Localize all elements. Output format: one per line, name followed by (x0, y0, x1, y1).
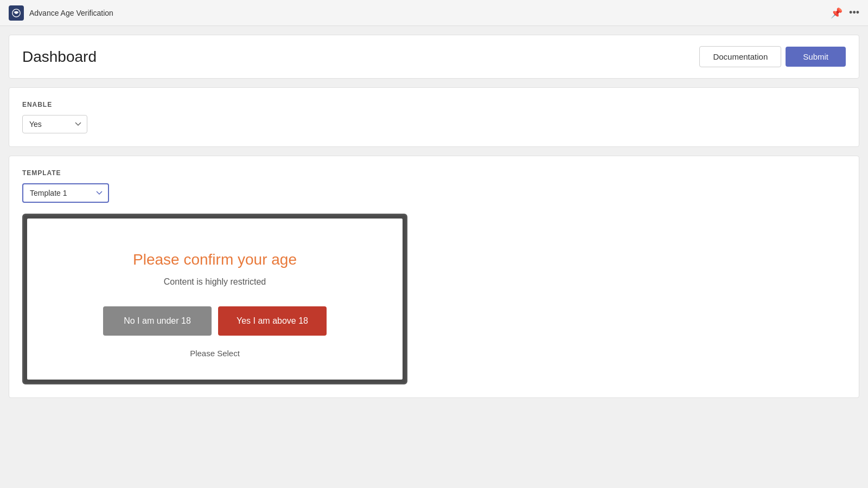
template-card: TEMPLATE Template 1 Template 2 Template … (9, 156, 859, 398)
preview-select-label: Please Select (49, 349, 381, 358)
more-menu-icon[interactable]: ••• (849, 7, 859, 18)
preview-no-button[interactable]: No I am under 18 (103, 306, 212, 336)
preview-buttons: No I am under 18 Yes I am above 18 (49, 306, 381, 336)
template-label: TEMPLATE (22, 169, 846, 177)
app-icon (9, 5, 24, 21)
dashboard-card: Dashboard Documentation Submit (9, 35, 859, 79)
preview-title-part1: Please confirm your (133, 251, 271, 268)
top-bar: Advance Age Verification 📌 ••• (0, 0, 868, 26)
main-content: Dashboard Documentation Submit ENABLE Ye… (0, 26, 868, 407)
template-select[interactable]: Template 1 Template 2 Template 3 (22, 183, 109, 203)
preview-title: Please confirm your age (49, 251, 381, 268)
enable-label: ENABLE (22, 101, 846, 108)
documentation-button[interactable]: Documentation (699, 46, 781, 67)
app-title: Advance Age Verification (29, 9, 113, 17)
top-bar-left: Advance Age Verification (9, 5, 113, 21)
preview-inner: Please confirm your age Content is highl… (27, 219, 403, 380)
preview-subtitle: Content is highly restricted (49, 277, 381, 287)
submit-button[interactable]: Submit (786, 47, 846, 67)
header-buttons: Documentation Submit (699, 46, 846, 67)
page-title: Dashboard (22, 48, 97, 66)
preview-yes-button[interactable]: Yes I am above 18 (218, 306, 327, 336)
enable-select[interactable]: Yes No (22, 115, 87, 133)
preview-container: Please confirm your age Content is highl… (22, 214, 407, 384)
top-bar-right: 📌 ••• (831, 7, 859, 19)
enable-card: ENABLE Yes No (9, 87, 859, 147)
pin-icon[interactable]: 📌 (831, 7, 843, 19)
preview-title-highlight: age (271, 251, 297, 268)
